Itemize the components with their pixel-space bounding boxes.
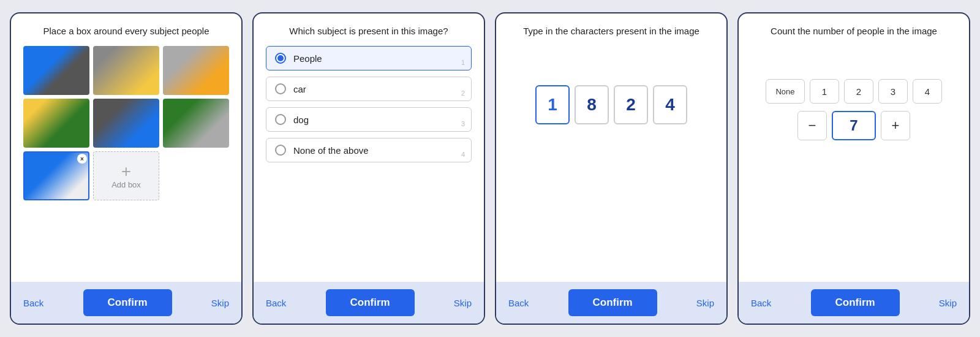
image-cell-3[interactable]	[163, 46, 229, 95]
close-icon[interactable]: ×	[77, 154, 87, 164]
radio-label-car: car	[293, 84, 306, 94]
panel1-back-button[interactable]: Back	[23, 298, 43, 308]
stepper-row: − 7 +	[751, 111, 957, 140]
image-cell-4[interactable]	[23, 99, 89, 148]
image-cell-5[interactable]	[93, 99, 159, 148]
panel3-skip-button[interactable]: Skip	[696, 298, 714, 308]
panel2-footer: Back Confirm Skip	[254, 282, 484, 324]
panel1-title: Place a box around every subject people	[23, 26, 229, 36]
radio-option-dog[interactable]: dog 3	[266, 107, 472, 132]
panel-character-entry: Type in the characters present in the im…	[495, 12, 728, 325]
panel2-title: Which subject is present in this image?	[266, 26, 472, 36]
radio-option-people[interactable]: People 1	[266, 46, 472, 70]
count-options: None 1 2 3 4	[751, 79, 957, 104]
count-3-button[interactable]: 3	[878, 79, 908, 104]
stepper-minus-button[interactable]: −	[797, 111, 827, 140]
char-box-1[interactable]: 1	[535, 85, 570, 124]
panel3-back-button[interactable]: Back	[508, 298, 529, 308]
panel4-skip-button[interactable]: Skip	[939, 298, 957, 308]
panel1-footer: Back Confirm Skip	[11, 282, 241, 324]
char-box-4[interactable]: 4	[653, 85, 687, 124]
panel-count: Count the number of people in the image …	[737, 12, 970, 325]
panel1-confirm-button[interactable]: Confirm	[83, 289, 172, 316]
panel-bounding-box: Place a box around every subject people …	[10, 12, 243, 325]
panel4-footer: Back Confirm Skip	[739, 282, 969, 324]
radio-num-car: 2	[461, 89, 465, 97]
image-grid: × + Add box	[23, 46, 229, 200]
count-none-button[interactable]: None	[766, 79, 805, 104]
radio-num-none: 4	[461, 151, 465, 158]
stepper-plus-button[interactable]: +	[881, 111, 910, 140]
panel3-confirm-button[interactable]: Confirm	[568, 289, 657, 316]
panel1-skip-button[interactable]: Skip	[211, 298, 229, 308]
radio-circle-car	[275, 83, 286, 94]
image-cell-7[interactable]: ×	[23, 151, 89, 200]
radio-option-car[interactable]: car 2	[266, 77, 472, 101]
panel3-footer: Back Confirm Skip	[496, 282, 726, 324]
panel3-title: Type in the characters present in the im…	[508, 26, 714, 36]
radio-label-dog: dog	[293, 115, 309, 125]
char-boxes: 1 8 2 4	[508, 85, 714, 124]
radio-label-none: None of the above	[293, 145, 369, 156]
radio-option-none[interactable]: None of the above 4	[266, 138, 472, 162]
radio-circle-dog	[275, 114, 286, 125]
count-1-button[interactable]: 1	[810, 79, 839, 104]
panel-radio-selection: Which subject is present in this image? …	[252, 12, 485, 325]
image-cell-1[interactable]	[23, 46, 89, 95]
char-box-2[interactable]: 8	[575, 85, 609, 124]
radio-num-dog: 3	[461, 120, 465, 127]
char-box-3[interactable]: 2	[614, 85, 648, 124]
radio-circle-people	[275, 53, 286, 64]
panel4-back-button[interactable]: Back	[751, 298, 771, 308]
image-cell-2[interactable]	[93, 46, 159, 95]
stepper-value: 7	[832, 111, 876, 140]
radio-num-people: 1	[461, 59, 465, 66]
count-4-button[interactable]: 4	[913, 79, 942, 104]
panel2-skip-button[interactable]: Skip	[454, 298, 472, 308]
panel4-title: Count the number of people in the image	[751, 26, 957, 36]
panel2-back-button[interactable]: Back	[266, 298, 286, 308]
add-icon: +	[121, 163, 131, 180]
panel4-confirm-button[interactable]: Confirm	[811, 289, 900, 316]
add-box-button[interactable]: + Add box	[93, 151, 159, 200]
radio-label-people: People	[293, 53, 322, 64]
image-cell-6[interactable]	[163, 99, 229, 148]
radio-circle-none	[275, 145, 286, 156]
panel2-confirm-button[interactable]: Confirm	[326, 289, 415, 316]
add-box-label: Add box	[111, 180, 141, 189]
count-2-button[interactable]: 2	[844, 79, 873, 104]
